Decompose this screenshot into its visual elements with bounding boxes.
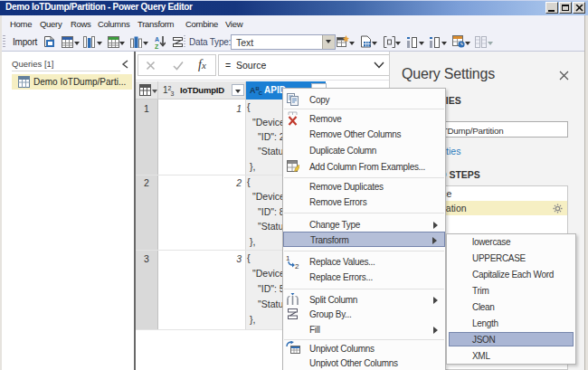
svg-text:1: 1 bbox=[286, 254, 290, 262]
svg-text:2: 2 bbox=[295, 262, 299, 269]
svg-text:Z: Z bbox=[155, 43, 159, 49]
svg-text:A: A bbox=[155, 36, 159, 43]
